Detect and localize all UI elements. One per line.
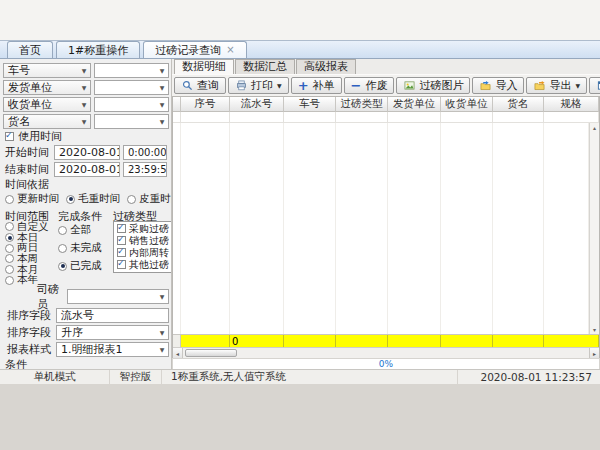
report-style-row: 报表样式 1.明细报表1 ▼ [3,342,169,357]
query-button[interactable]: 查询 [174,77,226,94]
start-time-row: 开始时间 2020-08-01 ▼ 0:00:00 ▴ ▾ [3,145,169,160]
shipper-field-label: 发货单位 [8,80,52,95]
weigher-row: 司磅员 ▼ [3,289,169,304]
scroll-down-icon[interactable]: ▾ [593,326,596,333]
col-seq[interactable]: 序号 [181,97,230,112]
tab-data-summary[interactable]: 数据汇总 [235,59,295,74]
use-time-checkbox[interactable] [5,132,14,141]
supplement-button[interactable]: + 补单 [291,77,342,94]
tab-weigh-operation[interactable]: 1#称重操作 [56,41,140,58]
col-vehicle[interactable]: 车号 [284,97,336,112]
start-date-picker[interactable]: 2020-08-01 ▼ [54,145,120,160]
radio-unfinished[interactable] [58,244,67,253]
col-shipper[interactable]: 发货单位 [388,97,441,112]
col-goods[interactable]: 货名 [493,97,544,112]
printer-icon [235,80,247,92]
weigher-combo[interactable]: ▼ [67,289,169,304]
chevron-down-icon[interactable]: ▼ [156,293,168,300]
filter-row-goods: 货名 ▼ ▼ [3,114,169,129]
scroll-up-icon[interactable]: ▴ [593,124,596,131]
weigh-image-button[interactable]: 过磅图片 [396,77,470,94]
grid-body[interactable] [173,123,589,334]
radio-this-year[interactable] [5,276,14,285]
status-datetime: 2020-08-01 11:23:57 [458,370,600,384]
shipper-value-combo[interactable]: ▼ [94,80,169,95]
data-panel: 数据明细 数据汇总 高级报表 查询 [172,59,600,369]
receiver-value-combo[interactable]: ▼ [94,97,169,112]
col-receiver[interactable]: 收货单位 [441,97,493,112]
settings-button[interactable]: 设置 [589,77,600,94]
vertical-scrollbar[interactable]: ▴ ▾ [589,123,599,334]
radio-update-time[interactable] [5,195,14,204]
checkbox-other-weigh[interactable] [117,260,126,269]
chevron-down-icon[interactable]: ▼ [156,67,168,74]
weigher-label: 司磅员 [3,282,63,312]
vehicle-value-combo[interactable]: ▼ [94,63,169,78]
radio-this-month[interactable] [5,265,14,274]
radio-all[interactable] [58,226,67,235]
sort-field-input[interactable]: 流水号 [56,308,169,323]
grid-summary-row: 0 [173,334,599,347]
summary-indicator-cell [173,335,181,347]
progress-value: 0% [379,359,393,369]
filter-row-receiver: 收货单位 ▼ ▼ [3,97,169,112]
time-basis-label: 时间依据 [5,180,169,190]
status-mode: 单机模式 [0,370,110,384]
goods-value-combo[interactable]: ▼ [94,114,169,129]
checkbox-internal-transfer[interactable] [117,248,126,257]
vehicle-field-select[interactable]: 车号 ▼ [3,63,91,78]
radio-today[interactable] [5,233,14,242]
checkbox-purchase-weigh[interactable] [117,224,126,233]
end-date-picker[interactable]: 2020-08-01 ▼ [54,162,120,177]
radio-gross-time[interactable] [66,195,75,204]
chevron-down-icon[interactable]: ▼ [156,101,168,108]
sort-order-select[interactable]: 升序 ▼ [56,325,169,340]
import-button[interactable]: 导入 [472,77,524,94]
app-window: 首页 1#称重操作 过磅记录查询 × 车号 ▼ [0,40,600,384]
status-bar: 单机模式 智控版 1称重系统,无人值守系统 2020-08-01 11:23:5… [0,369,600,384]
radio-this-week[interactable] [5,254,14,263]
chevron-down-icon[interactable]: ▼ [277,82,282,89]
chevron-down-icon[interactable]: ▼ [78,67,90,74]
col-spec[interactable]: 规格 [544,97,599,112]
col-serial[interactable]: 流水号 [230,97,284,112]
radio-custom-range[interactable] [5,222,14,231]
chevron-down-icon[interactable]: ▼ [156,118,168,125]
tab-data-detail[interactable]: 数据明细 [174,59,234,74]
scroll-right-icon[interactable]: ▸ [589,348,599,358]
summary-count-cell: 0 [230,335,284,347]
start-time-label: 开始时间 [3,145,51,160]
start-time-spinner[interactable]: 0:00:00 ▴ ▾ [123,145,167,160]
chevron-down-icon[interactable]: ▼ [575,82,580,89]
radio-two-days[interactable] [5,244,14,253]
void-button[interactable]: − 作废 [344,77,395,94]
scrollbar-thumb[interactable] [185,349,237,357]
horizontal-scrollbar[interactable]: ◂ ▸ [173,347,599,358]
export-button[interactable]: 导出 ▼ [526,77,587,94]
radio-tare-time[interactable] [127,195,136,204]
end-time-spinner[interactable]: 23:59:59 ▴ ▾ [123,162,167,177]
radio-finished[interactable] [58,262,67,271]
col-weigh-type[interactable]: 过磅类型 [336,97,388,112]
chevron-down-icon[interactable]: ▼ [78,101,90,108]
sort-field-label: 排序字段 [3,308,53,323]
chevron-down-icon[interactable]: ▼ [156,84,168,91]
chevron-down-icon[interactable]: ▼ [78,84,90,91]
report-style-select[interactable]: 1.明细报表1 ▼ [56,342,169,357]
chevron-down-icon[interactable]: ▼ [78,118,90,125]
tab-home[interactable]: 首页 [7,41,53,58]
tab-weigh-record-query[interactable]: 过磅记录查询 × [143,41,246,58]
chevron-down-icon[interactable]: ▼ [156,346,168,353]
print-button[interactable]: 打印 ▼ [228,77,289,94]
tab-advanced-report[interactable]: 高级报表 [296,59,356,74]
main-area: 车号 ▼ ▼ 发货单位 ▼ ▼ [0,59,600,369]
checkbox-sales-weigh[interactable] [117,236,126,245]
grid-empty-row[interactable] [173,112,599,123]
scroll-left-icon[interactable]: ◂ [173,348,183,358]
tab-weigh-record-query-label: 过磅记录查询 [155,43,221,58]
goods-field-select[interactable]: 货名 ▼ [3,114,91,129]
chevron-down-icon[interactable]: ▼ [156,329,168,336]
close-icon[interactable]: × [226,45,234,55]
shipper-field-select[interactable]: 发货单位 ▼ [3,80,91,95]
receiver-field-select[interactable]: 收货单位 ▼ [3,97,91,112]
